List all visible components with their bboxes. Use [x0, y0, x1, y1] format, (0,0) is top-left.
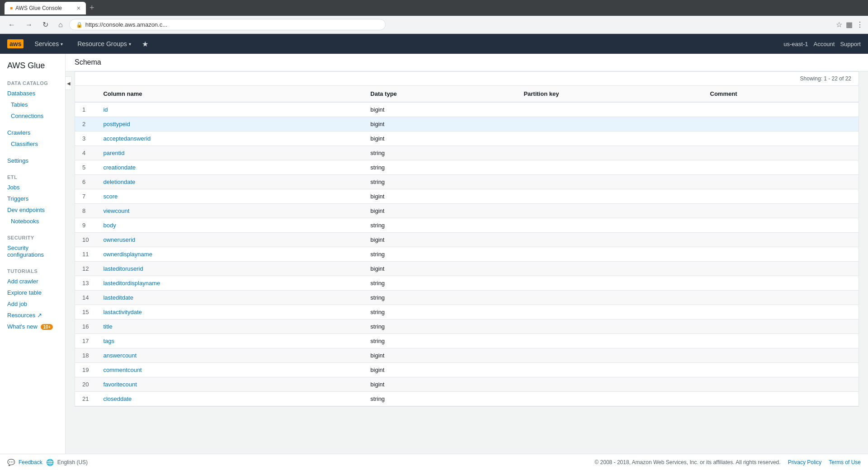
row-partition-key [516, 320, 703, 334]
sidebar-item-add-crawler[interactable]: Add crawler [0, 276, 65, 287]
favorites-star-icon[interactable]: ★ [142, 40, 148, 48]
language-label: English (US) [57, 459, 88, 465]
sidebar-item-settings[interactable]: Settings [0, 155, 65, 166]
table-row: 3 acceptedanswerid bigint [75, 132, 859, 146]
row-num: 21 [75, 392, 96, 406]
col-header-comment: Comment [703, 86, 859, 102]
extension-icon[interactable]: ▦ [846, 20, 853, 29]
table-row: 20 favoritecount bigint [75, 377, 859, 392]
globe-icon: 🌐 [46, 459, 54, 466]
schema-header: Schema [66, 54, 868, 71]
address-bar[interactable]: 🔒 https://console.aws.amazon.c... [69, 19, 386, 30]
row-comment [703, 348, 859, 363]
row-num: 6 [75, 175, 96, 189]
sidebar-item-databases[interactable]: Databases [0, 88, 65, 99]
sidebar-item-connections[interactable]: Connections [0, 110, 65, 122]
row-comment [703, 233, 859, 247]
reload-button[interactable]: ↻ [39, 19, 52, 31]
row-column-name: favoritecount [96, 377, 363, 392]
row-num: 7 [75, 189, 96, 204]
row-data-type: bigint [363, 117, 516, 132]
feedback-icon: 💬 [7, 459, 15, 466]
row-column-name: parentid [96, 146, 363, 160]
row-partition-key [516, 218, 703, 233]
col-header-partition-key: Partition key [516, 86, 703, 102]
footer-left: 💬 Feedback 🌐 English (US) [7, 459, 88, 466]
privacy-policy-link[interactable]: Privacy Policy [788, 459, 822, 465]
nav-region-item[interactable]: us-east-1 [783, 41, 808, 47]
row-partition-key [516, 160, 703, 175]
app-title: AWS Glue [0, 61, 65, 78]
row-num: 14 [75, 291, 96, 305]
row-column-name: tags [96, 334, 363, 348]
sidebar-item-add-job[interactable]: Add job [0, 298, 65, 310]
row-num: 9 [75, 218, 96, 233]
row-partition-key [516, 189, 703, 204]
row-data-type: bigint [363, 262, 516, 276]
browser-controls: ← → ↻ ⌂ 🔒 https://console.aws.amazon.c..… [0, 16, 868, 34]
row-data-type: string [363, 305, 516, 320]
content-area: Showing: 1 - 22 of 22 Column name Data t… [66, 71, 868, 416]
aws-logo: aws [7, 39, 24, 48]
row-data-type: string [363, 218, 516, 233]
more-icon[interactable]: ⋮ [856, 20, 863, 29]
back-button[interactable]: ← [5, 19, 19, 31]
row-partition-key [516, 377, 703, 392]
sidebar-item-crawlers[interactable]: Crawlers [0, 127, 65, 138]
tab-title: AWS Glue Console [15, 5, 62, 11]
new-tab-button[interactable]: + [90, 3, 94, 13]
services-nav-item[interactable]: Services ▾ [31, 38, 66, 50]
table-header: Column name Data type Partition key Comm… [75, 86, 859, 102]
table-row: 2 posttypeid bigint [75, 117, 859, 132]
row-data-type: string [363, 334, 516, 348]
row-num: 5 [75, 160, 96, 175]
table-row: 9 body string [75, 218, 859, 233]
sidebar-item-security-configurations[interactable]: Security configurations [0, 242, 65, 260]
row-comment [703, 377, 859, 392]
forward-button[interactable]: → [22, 19, 36, 31]
terms-of-use-link[interactable]: Terms of Use [829, 459, 861, 465]
table-row: 17 tags string [75, 334, 859, 348]
sidebar-section-data-catalog: Data catalog Databases Tables Connection… [0, 78, 65, 122]
sidebar-section-crawlers: Crawlers Classifiers [0, 127, 65, 150]
row-num: 3 [75, 132, 96, 146]
row-num: 10 [75, 233, 96, 247]
row-comment [703, 305, 859, 320]
sidebar-item-classifiers[interactable]: Classifiers [0, 138, 65, 150]
collapse-sidebar-button[interactable]: ◀ [66, 76, 72, 90]
bookmark-icon[interactable]: ☆ [836, 20, 842, 29]
sidebar-item-explore-table[interactable]: Explore table [0, 287, 65, 298]
aws-top-nav: aws Services ▾ Resource Groups ▾ ★ us-ea… [0, 34, 868, 54]
row-comment [703, 320, 859, 334]
row-column-name: viewcount [96, 204, 363, 218]
sidebar-item-tables[interactable]: Tables [0, 99, 65, 110]
row-comment [703, 218, 859, 233]
sidebar-item-dev-endpoints[interactable]: Dev endpoints [0, 204, 65, 216]
table-row: 1 id bigint [75, 102, 859, 117]
showing-count: Showing: 1 - 22 of 22 [800, 75, 851, 82]
row-column-name: answercount [96, 348, 363, 363]
table-row: 12 lasteditoruserid bigint [75, 262, 859, 276]
row-column-name: lasteditordisplayname [96, 276, 363, 291]
tab-close-button[interactable]: × [77, 5, 80, 12]
row-data-type: bigint [363, 363, 516, 377]
nav-account-item[interactable]: Account [813, 41, 835, 47]
sidebar-item-resources[interactable]: Resources ↗ [0, 310, 65, 321]
col-header-num [75, 86, 96, 102]
row-partition-key [516, 233, 703, 247]
browser-tab[interactable]: ■ AWS Glue Console × [5, 2, 86, 14]
schema-title: Schema [75, 58, 101, 66]
feedback-link[interactable]: Feedback [19, 459, 42, 465]
resource-groups-nav-item[interactable]: Resource Groups ▾ [74, 38, 135, 50]
nav-support-item[interactable]: Support [840, 41, 861, 47]
sidebar-item-whats-new[interactable]: What's new 10+ [0, 321, 65, 332]
row-comment [703, 175, 859, 189]
sidebar-item-jobs[interactable]: Jobs [0, 182, 65, 193]
row-data-type: bigint [363, 348, 516, 363]
table-body: 1 id bigint 2 posttypeid bigint 3 accept… [75, 102, 859, 406]
sidebar-item-triggers[interactable]: Triggers [0, 193, 65, 204]
row-num: 16 [75, 320, 96, 334]
sidebar-section-etl: ETL Jobs Triggers Dev endpoints Notebook… [0, 172, 65, 227]
sidebar-item-notebooks[interactable]: Notebooks [0, 216, 65, 227]
home-button[interactable]: ⌂ [55, 19, 66, 31]
